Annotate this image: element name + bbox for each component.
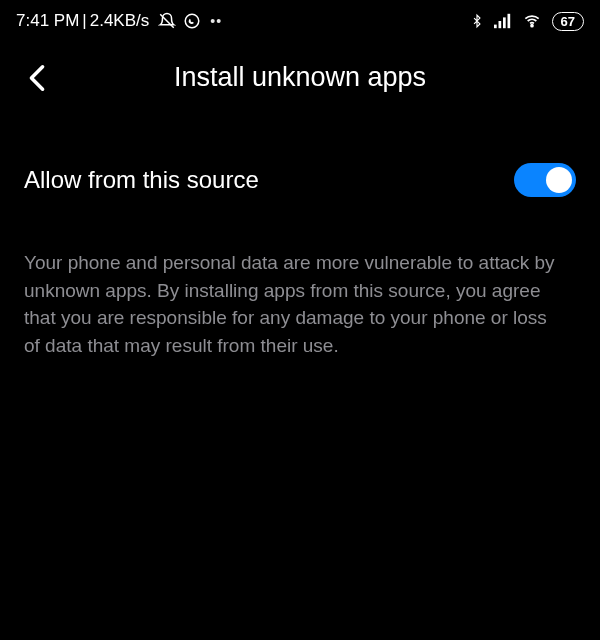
wifi-icon (522, 13, 542, 29)
signal-icon (494, 13, 512, 29)
status-bar: 7:41 PM | 2.4KB/s •• (0, 0, 600, 42)
battery-indicator: 67 (552, 12, 584, 31)
allow-source-toggle[interactable] (514, 163, 576, 197)
toggle-knob (546, 167, 572, 193)
more-notifications-icon: •• (210, 13, 222, 29)
svg-point-6 (531, 25, 533, 27)
back-button[interactable] (28, 64, 46, 92)
status-time: 7:41 PM (16, 11, 79, 31)
svg-point-1 (186, 14, 200, 28)
header: Install unknown apps (0, 42, 600, 123)
setting-description: Your phone and personal data are more vu… (24, 249, 576, 359)
content: Allow from this source Your phone and pe… (0, 123, 600, 359)
svg-rect-2 (494, 25, 497, 29)
setting-row: Allow from this source (24, 123, 576, 217)
status-right: 67 (470, 12, 584, 31)
status-left: 7:41 PM | 2.4KB/s •• (16, 11, 222, 31)
status-data-rate: 2.4KB/s (90, 11, 150, 31)
whatsapp-icon (183, 12, 201, 30)
bluetooth-icon (470, 12, 484, 30)
svg-rect-3 (498, 21, 501, 28)
status-separator: | (82, 11, 86, 31)
svg-rect-4 (503, 17, 506, 28)
page-title: Install unknown apps (16, 62, 584, 93)
mute-icon (158, 12, 176, 30)
svg-rect-5 (507, 14, 510, 28)
setting-label: Allow from this source (24, 166, 259, 194)
